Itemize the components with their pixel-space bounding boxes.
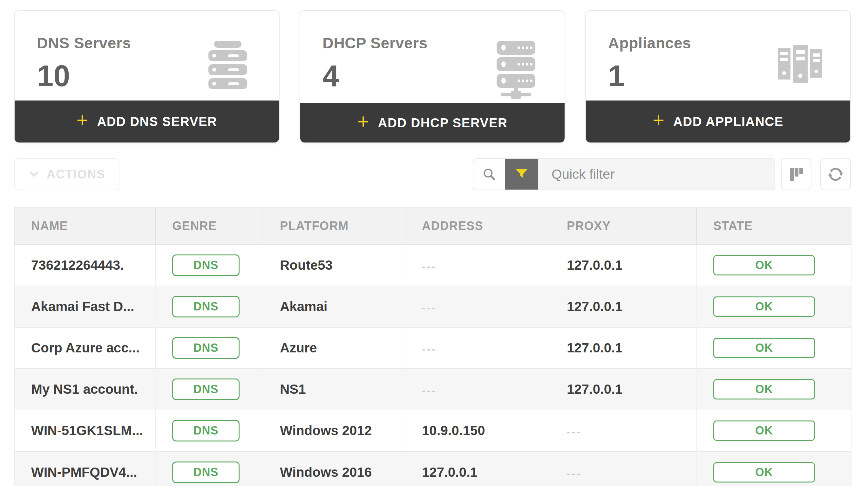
plus-icon: + xyxy=(358,111,370,132)
server-proxy: 127.0.0.1 xyxy=(567,340,622,355)
filter-mode-button[interactable] xyxy=(505,159,538,190)
refresh-button[interactable] xyxy=(820,159,851,190)
dhcp-servers-card: DHCP Servers 4 xyxy=(300,10,565,143)
appliances-card-info: Appliances 1 xyxy=(608,34,691,101)
plus-icon: + xyxy=(653,110,665,131)
card-count: 1 xyxy=(608,59,691,93)
columns-icon xyxy=(788,166,804,182)
server-platform: Route53 xyxy=(280,258,333,273)
table-header: NAME GENRE PLATFORM ADDRESS PROXY STATE xyxy=(14,208,851,245)
table-row[interactable]: 736212264443. DNS Route53 --- 127.0.0.1 … xyxy=(14,245,851,286)
appliance-rack-icon xyxy=(775,39,823,101)
quick-filter-bar xyxy=(473,159,775,190)
server-name: WIN-PMFQDV4... xyxy=(31,465,137,480)
column-header-platform[interactable]: PLATFORM xyxy=(263,208,405,245)
server-network-icon xyxy=(495,39,537,103)
server-address: 10.9.0.150 xyxy=(422,423,485,438)
table-row[interactable]: Akamai Fast D... DNS Akamai --- 127.0.0.… xyxy=(14,286,851,327)
server-name: My NS1 account. xyxy=(31,382,138,397)
actions-label: ACTIONS xyxy=(47,168,105,181)
genre-badge: DNS xyxy=(172,337,240,359)
server-platform: Windows 2012 xyxy=(280,423,372,438)
chevron-down-icon xyxy=(28,169,40,180)
state-badge: OK xyxy=(713,379,815,399)
state-badge: OK xyxy=(713,296,815,317)
genre-badge: DNS xyxy=(172,254,240,276)
table-row[interactable]: WIN-PMFQDV4... DNS Windows 2016 127.0.0.… xyxy=(14,451,851,486)
genre-badge: DNS xyxy=(172,461,240,483)
summary-cards: DNS Servers 10 xyxy=(14,10,851,143)
state-badge: OK xyxy=(713,255,815,276)
add-dns-server-button[interactable]: + ADD DNS SERVER xyxy=(14,101,279,142)
plus-icon: + xyxy=(76,110,89,131)
genre-badge: DNS xyxy=(172,378,240,400)
appliances-card: Appliances 1 xyxy=(585,10,851,143)
dhcp-card-body: DHCP Servers 4 xyxy=(300,11,565,103)
server-address: 127.0.0.1 xyxy=(422,465,477,480)
search-button[interactable] xyxy=(473,159,505,190)
server-name: WIN-51GK1SLM... xyxy=(31,423,143,438)
page: DNS Servers 10 xyxy=(14,10,851,486)
toolbar: ACTIONS xyxy=(14,159,851,190)
table-row[interactable]: My NS1 account. DNS NS1 --- 127.0.0.1 OK xyxy=(14,369,851,410)
filter-funnel-icon xyxy=(515,167,529,181)
add-dhcp-server-button[interactable]: + ADD DHCP SERVER xyxy=(300,103,565,142)
server-table-body: 736212264443. DNS Route53 --- 127.0.0.1 … xyxy=(14,245,851,486)
server-address: --- xyxy=(422,343,437,355)
genre-badge: DNS xyxy=(172,420,240,441)
server-proxy: 127.0.0.1 xyxy=(567,382,622,397)
server-platform: NS1 xyxy=(280,382,306,397)
card-title: DHCP Servers xyxy=(322,34,428,52)
quick-filter-input[interactable] xyxy=(538,159,775,190)
genre-badge: DNS xyxy=(172,296,240,317)
actions-dropdown-button[interactable]: ACTIONS xyxy=(14,159,120,190)
server-platform: Windows 2016 xyxy=(280,465,372,480)
column-header-address[interactable]: ADDRESS xyxy=(405,208,550,245)
server-proxy: --- xyxy=(567,467,582,479)
dns-servers-card: DNS Servers 10 xyxy=(14,10,280,143)
column-header-proxy[interactable]: PROXY xyxy=(550,208,696,245)
server-address: --- xyxy=(422,260,437,272)
server-stack-icon xyxy=(204,39,252,101)
card-count: 10 xyxy=(37,59,131,93)
server-address: --- xyxy=(422,384,437,396)
appliances-card-body: Appliances 1 xyxy=(586,11,850,101)
state-badge: OK xyxy=(713,462,815,483)
column-header-name[interactable]: NAME xyxy=(14,208,155,245)
card-title: DNS Servers xyxy=(37,34,131,52)
dns-card-info: DNS Servers 10 xyxy=(37,34,131,101)
state-badge: OK xyxy=(713,338,815,358)
dhcp-card-info: DHCP Servers 4 xyxy=(322,34,428,103)
columns-button[interactable] xyxy=(781,159,811,190)
server-proxy: 127.0.0.1 xyxy=(567,299,622,314)
server-name: Corp Azure acc... xyxy=(31,340,140,355)
refresh-icon xyxy=(827,165,844,183)
table-row[interactable]: WIN-51GK1SLM... DNS Windows 2012 10.9.0.… xyxy=(14,410,851,451)
card-title: Appliances xyxy=(608,34,691,52)
add-dns-server-label: ADD DNS SERVER xyxy=(97,115,217,129)
table-row[interactable]: Corp Azure acc... DNS Azure --- 127.0.0.… xyxy=(14,327,851,369)
card-count: 4 xyxy=(322,59,428,93)
server-address: --- xyxy=(422,302,437,313)
state-badge: OK xyxy=(713,421,815,441)
add-appliance-button[interactable]: + ADD APPLIANCE xyxy=(586,101,850,142)
server-proxy: 127.0.0.1 xyxy=(567,258,622,273)
server-proxy: --- xyxy=(567,426,582,437)
add-dhcp-server-label: ADD DHCP SERVER xyxy=(378,116,508,130)
servers-table: NAME GENRE PLATFORM ADDRESS PROXY STATE … xyxy=(14,207,851,486)
server-platform: Akamai xyxy=(280,299,327,314)
column-header-state[interactable]: STATE xyxy=(696,208,851,245)
dns-card-body: DNS Servers 10 xyxy=(14,11,279,101)
column-header-genre[interactable]: GENRE xyxy=(155,208,263,245)
server-platform: Azure xyxy=(280,340,317,355)
search-icon xyxy=(482,167,497,182)
add-appliance-label: ADD APPLIANCE xyxy=(673,115,783,129)
server-name: Akamai Fast D... xyxy=(31,299,134,314)
server-name: 736212264443. xyxy=(31,258,124,273)
